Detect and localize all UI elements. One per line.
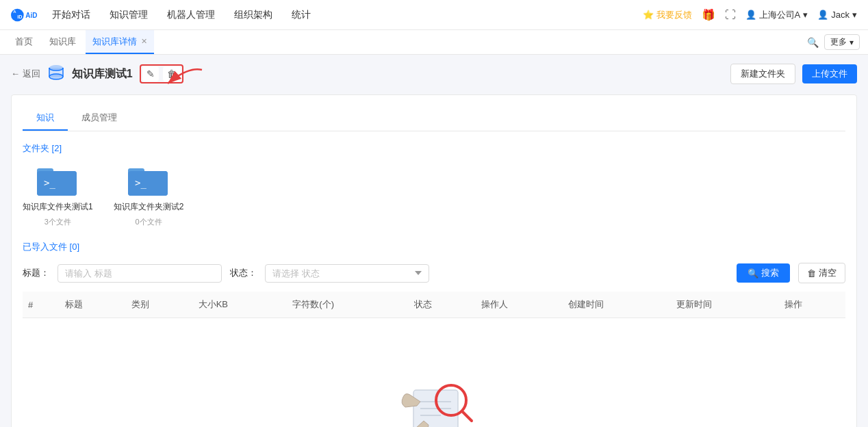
nav-items: 开始对话 知识管理 机器人管理 组织架构 统计	[52, 9, 643, 21]
search-icon: 🔍	[748, 268, 758, 279]
col-status: 状态	[409, 292, 475, 318]
table-empty-row	[23, 318, 845, 428]
tab-close-icon[interactable]: ✕	[141, 37, 147, 46]
empty-state	[28, 325, 840, 427]
trash-icon: 🗑	[167, 68, 177, 79]
database-icon	[47, 63, 65, 85]
col-title: 标题	[60, 292, 126, 318]
table-header-row: # 标题 类别 大小KB 字符数(个) 状态 操作人 创建时间 更新时间 操作	[23, 292, 845, 318]
folder-icon-2: >_	[128, 164, 169, 197]
back-button[interactable]: ← 返回	[11, 68, 40, 80]
svg-rect-11	[37, 171, 77, 196]
svg-text:iD: iD	[17, 14, 22, 20]
top-nav: A iD AiD 开始对话 知识管理 机器人管理 组织架构 统计 ⭐ 我要反馈 …	[0, 0, 868, 30]
tabs-left: 首页 知识库 知识库详情 ✕	[8, 30, 154, 54]
user-menu[interactable]: 👤 Jack ▾	[817, 10, 857, 20]
col-action: 操作	[779, 292, 845, 318]
title-input[interactable]	[58, 264, 222, 283]
data-table: # 标题 类别 大小KB 字符数(个) 状态 操作人 创建时间 更新时间 操作	[23, 292, 845, 427]
col-category: 类别	[126, 292, 192, 318]
col-index: #	[23, 292, 60, 318]
company-icon: 👤	[745, 10, 756, 20]
svg-text:>_: >_	[44, 177, 55, 189]
col-created: 创建时间	[563, 292, 671, 318]
nav-robot[interactable]: 机器人管理	[167, 9, 215, 21]
tab-detail[interactable]: 知识库详情 ✕	[86, 30, 154, 54]
fullscreen-icon[interactable]: ⛶	[725, 9, 736, 21]
folder-item-2[interactable]: >_ 知识库文件夹测试2 0个文件	[114, 164, 184, 227]
svg-line-23	[462, 411, 472, 421]
chevron-down-icon: ▾	[852, 10, 857, 20]
col-operator: 操作人	[476, 292, 563, 318]
status-select[interactable]: 请选择 状态	[265, 264, 429, 283]
edit-icon: ✎	[146, 68, 155, 79]
tab-home[interactable]: 首页	[8, 30, 40, 54]
chevron-down-icon: ▾	[850, 38, 854, 47]
folder-count-2: 0个文件	[135, 217, 162, 227]
folder-item-1[interactable]: >_ 知识库文件夹测试1 3个文件	[23, 164, 93, 227]
search-button[interactable]: 🔍 搜索	[737, 263, 790, 283]
empty-illustration	[386, 352, 482, 427]
title-left: ← 返回 知识库测试1	[11, 63, 183, 85]
user-icon: 👤	[817, 10, 828, 20]
star-icon: ⭐	[643, 10, 654, 20]
trash-icon: 🗑	[807, 268, 816, 279]
nav-knowledge[interactable]: 知识管理	[110, 9, 148, 21]
new-folder-button[interactable]: 新建文件夹	[730, 64, 795, 84]
filter-row: 标题： 状态： 请选择 状态 🔍 搜索 🗑 清空	[23, 263, 845, 283]
folder-name-1: 知识库文件夹测试1	[23, 201, 93, 213]
delete-button[interactable]: 🗑	[163, 66, 181, 81]
tab-kb[interactable]: 知识库	[42, 30, 83, 54]
gift-icon[interactable]: 🎁	[702, 8, 715, 21]
nav-start-dialog[interactable]: 开始对话	[52, 9, 90, 21]
tab-knowledge[interactable]: 知识	[23, 106, 68, 131]
folders-section-title: 文件夹 [2]	[23, 142, 845, 155]
title-row: ← 返回 知识库测试1	[11, 63, 857, 85]
page-content: ← 返回 知识库测试1	[0, 55, 868, 427]
folder-icon-1: >_	[37, 164, 78, 197]
nav-stats[interactable]: 统计	[292, 9, 311, 21]
tabs-right: 🔍 更多 ▾	[807, 34, 860, 50]
nav-org[interactable]: 组织架构	[234, 9, 272, 21]
col-updated: 更新时间	[671, 292, 779, 318]
clear-button[interactable]: 🗑 清空	[798, 263, 845, 283]
svg-text:A: A	[13, 10, 16, 14]
svg-text:AiD: AiD	[25, 12, 37, 19]
feedback-link[interactable]: ⭐ 我要反馈	[643, 9, 692, 21]
folders-section: 文件夹 [2] >_ 知识库文件夹测试1 3个文件	[23, 142, 845, 227]
upload-file-button[interactable]: 上传文件	[802, 64, 857, 83]
main-card: 知识 成员管理 文件夹 [2] >_	[11, 94, 857, 427]
edit-button[interactable]: ✎	[142, 66, 159, 81]
folder-count-1: 3个文件	[44, 217, 71, 227]
company-selector[interactable]: 👤 上海公司A ▾	[745, 9, 808, 21]
inner-tabs: 知识 成员管理	[23, 106, 845, 131]
imported-section-title: 已导入文件 [0]	[23, 241, 845, 253]
logo[interactable]: A iD AiD	[11, 3, 38, 27]
nav-right: ⭐ 我要反馈 🎁 ⛶ 👤 上海公司A ▾ 👤 Jack ▾	[643, 8, 857, 21]
folder-name-2: 知识库文件夹测试2	[114, 201, 184, 213]
col-size: 大小KB	[193, 292, 288, 318]
folders-grid: >_ 知识库文件夹测试1 3个文件 >_ 知识库文件夹测试2	[23, 164, 845, 227]
tab-members[interactable]: 成员管理	[68, 106, 131, 131]
col-chars: 字符数(个)	[287, 292, 409, 318]
tabs-bar: 首页 知识库 知识库详情 ✕ 🔍 更多 ▾	[0, 30, 868, 55]
status-label: 状态：	[230, 267, 257, 279]
svg-text:>_: >_	[135, 177, 146, 189]
svg-rect-15	[128, 171, 168, 196]
title-label: 标题：	[23, 267, 49, 279]
more-button[interactable]: 更多 ▾	[824, 34, 860, 50]
search-icon[interactable]: 🔍	[807, 37, 819, 48]
chevron-down-icon: ▾	[803, 10, 808, 20]
title-right: 新建文件夹 上传文件	[730, 64, 857, 84]
imported-section: 已导入文件 [0] 标题： 状态： 请选择 状态 🔍 搜索 🗑	[23, 241, 845, 427]
page-title: 知识库测试1	[72, 67, 133, 81]
